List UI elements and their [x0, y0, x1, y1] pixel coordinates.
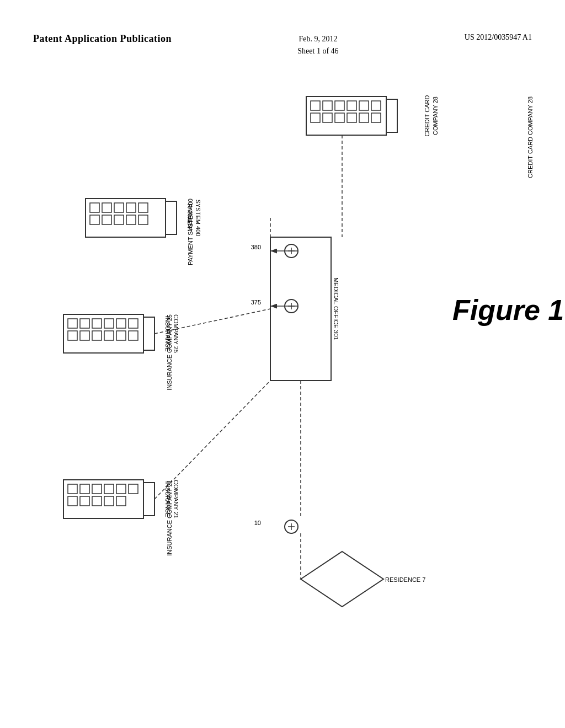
svg-rect-49 — [68, 331, 77, 340]
svg-rect-27 — [166, 201, 177, 234]
svg-rect-30 — [270, 237, 331, 381]
svg-rect-68 — [104, 496, 114, 506]
svg-rect-7 — [311, 113, 320, 122]
insurance-21-label: INSURANCE COMPANY 21 — [166, 480, 174, 556]
page: Patent Application Publication Feb. 9, 2… — [0, 0, 565, 728]
svg-rect-19 — [114, 203, 124, 212]
header-date: Feb. 9, 2012 — [299, 35, 337, 43]
svg-rect-44 — [80, 319, 89, 328]
svg-rect-13 — [386, 99, 397, 132]
svg-rect-3 — [335, 101, 344, 110]
svg-rect-11 — [359, 113, 369, 122]
svg-rect-65 — [68, 496, 77, 506]
svg-rect-6 — [371, 101, 381, 110]
svg-rect-12 — [371, 113, 381, 122]
svg-rect-24 — [114, 215, 124, 224]
svg-text:Figure 1: Figure 1 — [452, 294, 564, 326]
svg-rect-2 — [323, 101, 332, 110]
svg-rect-47 — [116, 319, 126, 328]
svg-text:COMPANY 28: COMPANY 28 — [432, 97, 439, 135]
svg-text:10: 10 — [254, 520, 261, 526]
svg-rect-23 — [102, 215, 111, 224]
svg-rect-18 — [102, 203, 111, 212]
svg-rect-25 — [126, 215, 136, 224]
svg-rect-1 — [311, 101, 320, 110]
svg-rect-16 — [86, 199, 166, 237]
svg-rect-45 — [92, 319, 102, 328]
svg-rect-20 — [126, 203, 136, 212]
svg-rect-60 — [80, 484, 89, 494]
insurance-25-label: INSURANCE COMPANY 25 — [166, 314, 174, 390]
svg-rect-55 — [143, 317, 154, 350]
svg-rect-58 — [63, 480, 143, 518]
svg-rect-17 — [90, 203, 99, 212]
svg-text:MEDICAL OFFICE 301: MEDICAL OFFICE 301 — [333, 277, 339, 340]
svg-point-36 — [285, 299, 298, 313]
svg-rect-42 — [63, 314, 143, 353]
svg-rect-59 — [68, 484, 77, 494]
svg-rect-70 — [143, 483, 154, 516]
diagram-svg: CREDIT CARD COMPANY 28 PAYMENT SYSTEM 40… — [0, 0, 565, 728]
payment-system-label: PAYMENT SYSTEM 400 — [186, 199, 195, 265]
svg-rect-50 — [80, 331, 89, 340]
svg-rect-69 — [116, 496, 126, 506]
header: Patent Application Publication Feb. 9, 2… — [33, 33, 532, 58]
svg-rect-67 — [92, 496, 102, 506]
header-left-title: Patent Application Publication — [33, 33, 172, 45]
svg-rect-48 — [129, 319, 138, 328]
svg-rect-5 — [359, 101, 369, 110]
svg-rect-26 — [138, 215, 148, 224]
svg-rect-54 — [129, 331, 138, 340]
svg-rect-0 — [306, 97, 386, 135]
svg-rect-66 — [80, 496, 89, 506]
svg-rect-10 — [347, 113, 356, 122]
svg-rect-52 — [104, 331, 114, 340]
header-center: Feb. 9, 2012 Sheet 1 of 46 — [297, 33, 338, 58]
svg-rect-22 — [90, 215, 99, 224]
svg-rect-9 — [335, 113, 344, 122]
svg-rect-63 — [116, 484, 126, 494]
svg-text:375: 375 — [251, 299, 261, 306]
svg-text:380: 380 — [251, 244, 261, 250]
svg-rect-46 — [104, 319, 114, 328]
svg-rect-21 — [138, 203, 148, 212]
svg-point-73 — [285, 520, 298, 533]
svg-rect-4 — [347, 101, 356, 110]
svg-rect-43 — [68, 319, 77, 328]
svg-marker-77 — [301, 552, 383, 607]
svg-rect-8 — [323, 113, 332, 122]
svg-rect-61 — [92, 484, 102, 494]
svg-text:SYSTEM 400: SYSTEM 400 — [195, 200, 201, 237]
credit-card-company-label: CREDIT CARD COMPANY 28 — [526, 97, 535, 178]
svg-rect-62 — [104, 484, 114, 494]
svg-point-31 — [285, 244, 298, 258]
svg-rect-64 — [129, 484, 138, 494]
svg-rect-51 — [92, 331, 102, 340]
svg-rect-53 — [116, 331, 126, 340]
header-sheet: Sheet 1 of 46 — [297, 47, 338, 55]
header-right: US 2012/0035947 A1 — [465, 33, 532, 42]
svg-text:CREDIT CARD: CREDIT CARD — [424, 95, 430, 136]
svg-text:RESIDENCE 7: RESIDENCE 7 — [385, 576, 425, 583]
